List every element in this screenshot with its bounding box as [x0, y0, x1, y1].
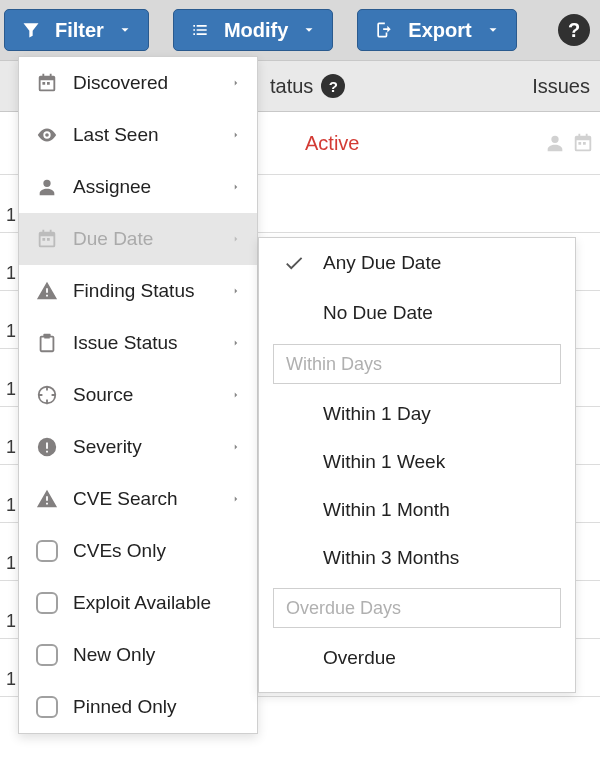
- export-button-label: Export: [408, 19, 471, 42]
- checkbox-icon: [36, 540, 58, 562]
- menu-item-label: New Only: [73, 644, 257, 666]
- menu-item-label: Exploit Available: [73, 592, 257, 614]
- calendar-icon: [36, 72, 58, 94]
- menu-item-issue-status[interactable]: Issue Status: [19, 317, 257, 369]
- warning-icon: [36, 488, 58, 510]
- person-icon: [544, 132, 566, 154]
- eye-icon: [36, 124, 58, 146]
- exclaim-circle-icon: [36, 436, 58, 458]
- caret-right-icon: [231, 76, 241, 90]
- caret-right-icon: [231, 336, 241, 350]
- column-issues-label: Issues: [532, 75, 590, 98]
- caret-down-icon: [486, 23, 500, 37]
- checkbox-icon: [36, 644, 58, 666]
- menu-item-pinned-only[interactable]: Pinned Only: [19, 681, 257, 733]
- menu-item-label: Source: [73, 384, 227, 406]
- submenu-within-1-day[interactable]: Within 1 Day: [259, 390, 575, 438]
- submenu-label: Overdue: [323, 647, 396, 669]
- row-id-fragment: 1: [6, 495, 16, 516]
- caret-right-icon: [231, 284, 241, 298]
- menu-item-source[interactable]: Source: [19, 369, 257, 421]
- modify-button-label: Modify: [224, 19, 288, 42]
- checkbox-icon: [36, 592, 58, 614]
- menu-item-label: Assignee: [73, 176, 227, 198]
- menu-item-due-date[interactable]: Due Date: [19, 213, 257, 265]
- submenu-within-1-month[interactable]: Within 1 Month: [259, 486, 575, 534]
- menu-item-last-seen[interactable]: Last Seen: [19, 109, 257, 161]
- row-id-fragment: 1: [6, 611, 16, 632]
- help-icon[interactable]: ?: [321, 74, 345, 98]
- list-icon: [190, 20, 210, 40]
- help-icon[interactable]: ?: [558, 14, 590, 46]
- menu-item-label: Discovered: [73, 72, 227, 94]
- column-status-label: tatus: [270, 75, 313, 98]
- filter-button[interactable]: Filter: [4, 9, 149, 51]
- menu-item-severity[interactable]: Severity: [19, 421, 257, 473]
- menu-item-label: CVEs Only: [73, 540, 257, 562]
- menu-item-label: Last Seen: [73, 124, 227, 146]
- due-date-submenu: Any Due Date No Due Date Within 1 Day Wi…: [258, 237, 576, 693]
- submenu-label: Within 1 Month: [323, 499, 450, 521]
- warning-icon: [36, 280, 58, 302]
- export-icon: [374, 20, 394, 40]
- row-id-fragment: 1: [6, 379, 16, 400]
- submenu-label: Within 1 Week: [323, 451, 445, 473]
- submenu-label: No Due Date: [323, 302, 433, 324]
- submenu-no-due-date[interactable]: No Due Date: [259, 288, 575, 338]
- checkbox-icon: [36, 696, 58, 718]
- check-icon: [283, 252, 305, 274]
- clipboard-icon: [36, 332, 58, 354]
- row-id-fragment: 1: [6, 669, 16, 690]
- caret-right-icon: [231, 388, 241, 402]
- row-id-fragment: 1: [6, 263, 16, 284]
- submenu-label: Within 1 Day: [323, 403, 431, 425]
- row-id-fragment: 1: [6, 205, 16, 226]
- toolbar: Filter Modify Export ?: [0, 0, 600, 60]
- row-id-fragment: 1: [6, 321, 16, 342]
- within-days-input[interactable]: [273, 344, 561, 384]
- submenu-within-3-months[interactable]: Within 3 Months: [259, 534, 575, 582]
- submenu-overdue[interactable]: Overdue: [259, 634, 575, 682]
- row-id-fragment: 1: [6, 437, 16, 458]
- caret-right-icon: [231, 232, 241, 246]
- menu-item-cve-search[interactable]: CVE Search: [19, 473, 257, 525]
- menu-item-label: Issue Status: [73, 332, 227, 354]
- menu-item-label: CVE Search: [73, 488, 227, 510]
- submenu-label: Any Due Date: [323, 252, 441, 274]
- menu-item-finding-status[interactable]: Finding Status: [19, 265, 257, 317]
- caret-down-icon: [302, 23, 316, 37]
- overdue-days-input[interactable]: [273, 588, 561, 628]
- menu-item-discovered[interactable]: Discovered: [19, 57, 257, 109]
- filter-dropdown: Discovered Last Seen Assignee Due Date F…: [18, 56, 258, 734]
- submenu-label: Within 3 Months: [323, 547, 459, 569]
- row-icons: [544, 132, 594, 154]
- caret-right-icon: [231, 180, 241, 194]
- status-active-label: Active: [305, 132, 359, 155]
- menu-item-cves-only[interactable]: CVEs Only: [19, 525, 257, 577]
- menu-item-new-only[interactable]: New Only: [19, 629, 257, 681]
- menu-item-label: Pinned Only: [73, 696, 257, 718]
- menu-item-label: Severity: [73, 436, 227, 458]
- menu-item-label: Finding Status: [73, 280, 227, 302]
- person-icon: [36, 176, 58, 198]
- calendar-icon: [572, 132, 594, 154]
- row-id-fragment: 1: [6, 553, 16, 574]
- submenu-within-1-week[interactable]: Within 1 Week: [259, 438, 575, 486]
- funnel-icon: [21, 20, 41, 40]
- menu-item-label: Due Date: [73, 228, 227, 250]
- submenu-any-due-date[interactable]: Any Due Date: [259, 238, 575, 288]
- caret-right-icon: [231, 492, 241, 506]
- caret-right-icon: [231, 440, 241, 454]
- crosshair-icon: [36, 384, 58, 406]
- caret-down-icon: [118, 23, 132, 37]
- menu-item-exploit-available[interactable]: Exploit Available: [19, 577, 257, 629]
- filter-button-label: Filter: [55, 19, 104, 42]
- caret-right-icon: [231, 128, 241, 142]
- menu-item-assignee[interactable]: Assignee: [19, 161, 257, 213]
- modify-button[interactable]: Modify: [173, 9, 333, 51]
- calendar-icon: [36, 228, 58, 250]
- export-button[interactable]: Export: [357, 9, 516, 51]
